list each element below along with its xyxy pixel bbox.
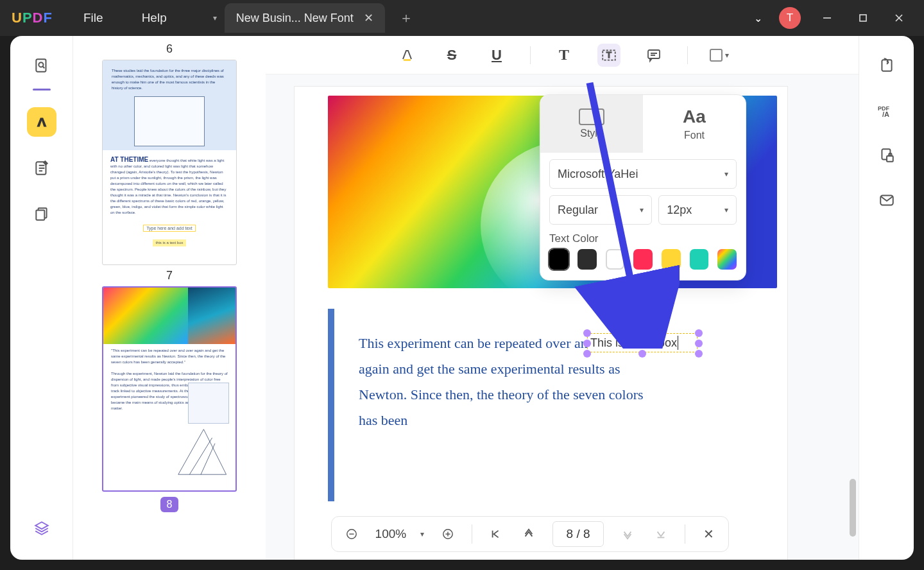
last-page-button[interactable] xyxy=(651,523,671,545)
zoom-out-button[interactable] xyxy=(342,523,361,545)
menu-file[interactable]: File xyxy=(83,11,103,25)
thumbnail-panel[interactable]: 6 These studies laid the foundation for … xyxy=(73,36,266,560)
rotate-icon[interactable] xyxy=(874,53,900,78)
resize-handle[interactable] xyxy=(583,350,591,358)
text-color-label: Text Color xyxy=(540,225,746,249)
swatch-rainbow[interactable] xyxy=(717,249,737,270)
tab-close-icon[interactable]: ✕ xyxy=(364,11,373,25)
swatch-white[interactable] xyxy=(606,249,625,270)
strikethrough-icon[interactable]: S xyxy=(440,44,463,67)
panel-tab-font[interactable]: Aa Font xyxy=(643,95,746,153)
rail-separator xyxy=(33,89,51,91)
thumbnail-6[interactable]: These studies laid the foundation for th… xyxy=(102,60,237,265)
pdfa-icon[interactable]: PDF/A xyxy=(874,98,900,123)
page-number-field[interactable]: 8 / 8 xyxy=(552,521,604,547)
highlighter-icon[interactable] xyxy=(395,44,418,67)
svg-rect-12 xyxy=(404,59,411,61)
svg-line-11 xyxy=(201,444,215,474)
svg-rect-1 xyxy=(860,15,866,21)
font-weight-select[interactable]: Regular▾ xyxy=(549,195,652,225)
user-avatar[interactable]: T xyxy=(779,7,801,29)
text-tool-icon[interactable]: T xyxy=(552,44,576,67)
menu-help[interactable]: Help xyxy=(142,11,167,25)
swatch-black[interactable] xyxy=(549,249,569,270)
text-format-panel[interactable]: Style Aa Font Microsoft YaHei▾ Regular▾ … xyxy=(540,94,746,281)
titlebar-dropdown-icon[interactable]: ⌄ xyxy=(754,12,762,24)
swatch-red[interactable] xyxy=(633,249,653,270)
annotation-toolbar: S U T T ▾ xyxy=(266,36,859,74)
app-logo: UPDF xyxy=(0,0,64,36)
highlighter-tool-icon[interactable] xyxy=(27,107,56,137)
tab-list-dropdown[interactable]: ▾ xyxy=(205,5,225,31)
toolbar-separator xyxy=(687,46,688,64)
svg-rect-30 xyxy=(887,156,893,162)
tab-title: New Busin... New Font xyxy=(236,12,354,25)
resize-handle[interactable] xyxy=(583,329,591,337)
resize-handle[interactable] xyxy=(583,340,591,347)
shape-tool-dropdown[interactable]: ▾ xyxy=(710,49,729,62)
zoom-value[interactable]: 100% xyxy=(375,527,407,541)
scrollbar-thumb[interactable] xyxy=(850,479,856,537)
color-swatches xyxy=(540,249,746,270)
document-page[interactable]: This experiment can be repeated over and… xyxy=(294,86,788,560)
textbox-tool-icon[interactable]: T xyxy=(597,44,620,67)
window-maximize-button[interactable] xyxy=(853,8,873,28)
thumbnail-7[interactable]: "This experiment can be repeated over an… xyxy=(102,286,237,492)
comment-icon[interactable] xyxy=(642,44,665,67)
zoom-in-button[interactable] xyxy=(438,523,458,545)
swatch-dark[interactable] xyxy=(578,249,597,270)
font-family-select[interactable]: Microsoft YaHei▾ xyxy=(549,159,737,189)
swatch-teal[interactable] xyxy=(690,249,709,270)
close-navbar-button[interactable]: ✕ xyxy=(699,523,718,545)
resize-handle[interactable] xyxy=(638,329,646,337)
svg-rect-15 xyxy=(648,50,660,58)
svg-line-10 xyxy=(189,438,212,474)
panel-tab-style[interactable]: Style xyxy=(540,95,643,153)
font-size-select[interactable]: 12px▾ xyxy=(658,195,737,225)
page-navigation-bar: 100% ▾ 8 / 8 ✕ xyxy=(331,516,729,552)
blockquote-bar xyxy=(328,309,334,501)
search-page-icon[interactable] xyxy=(27,51,56,81)
resize-handle[interactable] xyxy=(638,350,646,358)
text-caret xyxy=(678,336,678,350)
window-close-button[interactable] xyxy=(889,8,909,28)
style-tab-icon xyxy=(579,108,604,125)
svg-line-6 xyxy=(42,67,44,69)
thumb-badge-8: 8 xyxy=(160,497,178,512)
prev-page-button[interactable] xyxy=(519,523,538,545)
toolbar-separator xyxy=(530,46,531,64)
underline-icon[interactable]: U xyxy=(485,44,508,67)
thumb-label-6: 6 xyxy=(73,42,266,56)
resize-handle[interactable] xyxy=(695,329,703,337)
swatch-yellow[interactable] xyxy=(662,249,681,270)
thumb-label-7: 7 xyxy=(73,269,266,282)
layers-icon[interactable] xyxy=(27,514,56,543)
svg-rect-4 xyxy=(36,59,46,72)
window-minimize-button[interactable] xyxy=(817,8,837,28)
mail-icon[interactable] xyxy=(874,187,900,213)
next-page-button[interactable] xyxy=(618,523,637,545)
first-page-button[interactable] xyxy=(486,523,506,545)
document-tab[interactable]: New Busin... New Font ✕ xyxy=(225,3,385,33)
svg-text:/A: /A xyxy=(882,110,889,118)
edit-page-icon[interactable] xyxy=(27,153,56,183)
svg-text:T: T xyxy=(606,50,612,60)
protect-icon[interactable] xyxy=(874,142,900,168)
svg-rect-9 xyxy=(36,211,44,220)
thumb6-figure xyxy=(134,96,205,146)
pages-icon[interactable] xyxy=(27,200,56,229)
zoom-dropdown-icon[interactable]: ▾ xyxy=(420,530,424,539)
new-tab-button[interactable]: ＋ xyxy=(390,5,422,31)
resize-handle[interactable] xyxy=(695,350,703,358)
resize-handle[interactable] xyxy=(695,340,703,347)
svg-point-5 xyxy=(38,62,43,67)
